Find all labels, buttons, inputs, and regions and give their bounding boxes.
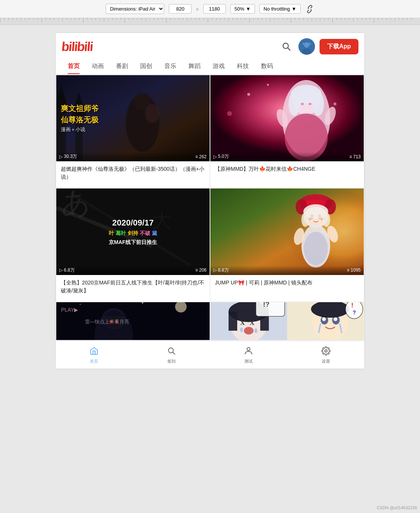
list-icon-3: ≡: [195, 267, 198, 273]
stat-comments-2: ≡ 713: [349, 154, 361, 159]
stat-views-1: ▷ 30.3万: [59, 153, 77, 160]
width-input[interactable]: [169, 4, 191, 14]
video-thumb-4: ▷ 8.8万 ≡ 1095: [210, 189, 364, 275]
stat-views-3: ▷ 6.8万: [59, 267, 75, 273]
logo-text: bilibili: [61, 39, 93, 54]
tab-tech[interactable]: 科技: [231, 59, 255, 74]
watermark: CSDN @u014632228: [377, 505, 417, 510]
checkin-label: 签到: [167, 358, 176, 364]
svg-rect-72: [229, 311, 237, 331]
user-avatar[interactable]: [298, 38, 315, 55]
list-icon-2: ≡: [349, 154, 352, 159]
play-icon-3: ▷: [59, 267, 63, 273]
svg-point-26: [301, 103, 304, 105]
svg-point-94: [325, 350, 327, 352]
stat-comments-1: ≡ 262: [195, 154, 207, 159]
throttle-selector[interactable]: No throttling ▼: [259, 4, 301, 14]
bottom-nav-checkin[interactable]: 签到: [133, 345, 210, 366]
svg-text:!?: !?: [263, 302, 270, 308]
video-stats-1: ▷ 30.3万 ≡ 262: [56, 152, 210, 161]
video-info-2: 【原神MMD】万叶🍁花时来信🍁CH4NGE: [210, 161, 364, 188]
height-input[interactable]: [203, 4, 226, 14]
svg-point-25: [312, 92, 324, 116]
video-stats-3: ▷ 6.8万 ≡ 206: [56, 266, 210, 275]
svg-point-50: [304, 232, 327, 266]
tab-animation[interactable]: 动画: [86, 59, 110, 74]
svg-text:?: ?: [353, 309, 356, 315]
bottom-nav-home[interactable]: 首页: [56, 345, 133, 366]
download-app-button[interactable]: 下载App: [320, 39, 358, 54]
video-info-4: JUMP UP🎀 | 可莉 | 原神MMD | 镜头配布: [210, 275, 364, 301]
svg-text:X: X: [240, 319, 245, 326]
thumb-bg-4: [210, 189, 364, 275]
video-card-1[interactable]: 爽文祖师爷 仙尊洛无极 漫画＋小说 ▷ 30.3万 ≡ 262: [56, 75, 210, 188]
video-card-2[interactable]: ▷ 5.0万 ≡ 713 【原神MMD】万叶🍁花时来信🍁CH4NGE: [210, 75, 364, 188]
svg-point-20: [227, 111, 232, 116]
tag-jian: 剑持: [128, 230, 138, 237]
svg-line-1: [288, 48, 290, 50]
svg-point-76: [244, 327, 253, 334]
svg-text:PLAY▶: PLAY▶: [61, 306, 79, 312]
device-selector[interactable]: Dimensions: iPad Air: [106, 4, 164, 14]
dimension-separator: x: [196, 6, 199, 12]
card1-type: 漫画＋小说: [61, 126, 85, 133]
svg-point-54: [301, 213, 309, 227]
comments-count-1: 262: [199, 154, 207, 159]
zoom-label: 50%: [235, 6, 244, 12]
bottom-nav-settings[interactable]: 设置: [287, 345, 365, 366]
svg-text:X: X: [250, 319, 255, 326]
svg-point-79: [240, 327, 243, 332]
views-count-3: 6.8万: [64, 267, 75, 273]
test-label: 测试: [244, 358, 253, 364]
zoom-selector[interactable]: 50% ▼: [230, 4, 255, 14]
dev-toolbar: Dimensions: iPad Air x 50% ▼ No throttli…: [0, 0, 420, 18]
bottom-nav: 首页 签到 测试: [56, 341, 364, 369]
avatar-image: [298, 38, 315, 55]
tab-digital[interactable]: 数码: [255, 59, 279, 74]
svg-point-19: [334, 102, 337, 105]
settings-label: 设置: [322, 358, 330, 364]
stat-views-2: ▷ 5.0万: [213, 153, 229, 160]
bottom-nav-test[interactable]: 测试: [210, 345, 287, 366]
views-count-4: 8.8万: [218, 267, 229, 273]
svg-line-92: [173, 352, 175, 354]
video-info-3: 【全熟】2020京MAF前日五人线下推生【叶/葛叶/剑持刀也/不破湊/黛灰】: [56, 275, 210, 301]
video-thumb-5: PLAY▶ 雷—快点上来看月亮: [56, 302, 210, 340]
svg-point-17: [267, 84, 269, 86]
svg-point-93: [247, 348, 250, 351]
play-icon-2: ▷: [213, 154, 217, 159]
svg-text:雷—快点上来看月亮: 雷—快点上来看月亮: [85, 319, 129, 324]
video-card-4[interactable]: ▷ 8.8万 ≡ 1095 JUMP UP🎀 | 可莉 | 原神MMD | 镜头…: [210, 189, 364, 301]
list-icon-4: ≡: [347, 267, 349, 273]
svg-point-85: [322, 317, 326, 321]
video-thumb-6: X X !?: [210, 302, 364, 340]
video-title-2: 【原神MMD】万叶🍁花时来信🍁CH4NGE: [215, 165, 359, 173]
tab-original[interactable]: 国创: [134, 59, 158, 74]
tab-home[interactable]: 首页: [62, 59, 86, 74]
chain-icon[interactable]: [305, 5, 314, 14]
throttle-label: No throttling: [264, 6, 290, 12]
video-title-3: 【全熟】2020京MAF前日五人线下推生【叶/葛叶/剑持刀也/不破湊/黛灰】: [61, 279, 205, 295]
comments-count-4: 1095: [351, 267, 361, 273]
comments-count-3: 206: [199, 267, 207, 273]
tab-dance[interactable]: 舞蹈: [182, 59, 207, 74]
svg-point-80: [255, 328, 258, 333]
zoom-arrow-icon: ▼: [246, 6, 251, 12]
tag-bu: 不破: [140, 230, 150, 237]
list-icon-1: ≡: [195, 154, 198, 159]
video-card-5[interactable]: PLAY▶ 雷—快点上来看月亮: [56, 302, 210, 340]
tab-music[interactable]: 音乐: [158, 59, 182, 74]
video-card-3[interactable]: あ 大 2020/09/17 叶 葛叶 剑持 不破: [56, 189, 210, 301]
svg-point-60: [142, 302, 143, 304]
date-text: 2020/09/17: [112, 218, 154, 228]
nav-tabs: 首页 动画 番剧 国创 音乐 舞蹈 游戏 科技 数码: [56, 59, 364, 74]
play-icon-1: ▷: [59, 154, 63, 159]
home-icon: [90, 346, 99, 357]
tab-game[interactable]: 游戏: [207, 59, 231, 74]
gear-icon: [321, 346, 330, 357]
tab-drama[interactable]: 番剧: [110, 59, 134, 74]
svg-point-86: [334, 317, 337, 321]
svg-point-6: [309, 43, 311, 45]
search-button[interactable]: [279, 39, 294, 54]
video-card-6[interactable]: X X !?: [210, 302, 364, 340]
